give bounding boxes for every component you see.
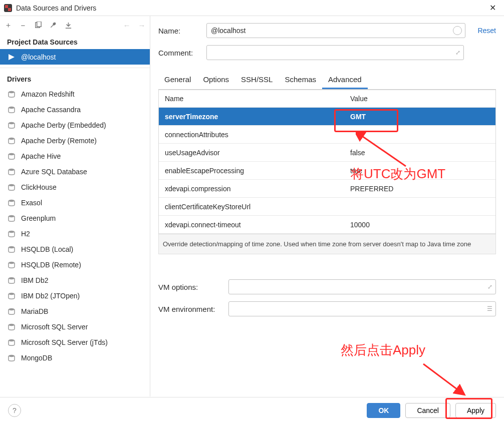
driver-item[interactable]: Microsoft SQL Server (0, 319, 150, 334)
driver-item[interactable]: IBM Db2 (0, 272, 150, 288)
prop-value[interactable]: false (344, 149, 495, 157)
driver-item[interactable]: Amazon Redshift (0, 86, 150, 102)
driver-item[interactable]: HSQLDB (Local) (0, 241, 150, 257)
driver-label: HSQLDB (Local) (21, 245, 73, 253)
datasource-item[interactable]: @localhost (0, 49, 150, 65)
comment-label: Comment: (158, 49, 206, 57)
driver-item[interactable]: Azure SQL Database (0, 164, 150, 179)
table-row[interactable]: clientCertificateKeyStoreUrl (159, 198, 495, 216)
driver-label: MongoDB (21, 354, 52, 362)
copy-icon[interactable] (34, 21, 42, 29)
svg-point-5 (9, 91, 15, 93)
wrench-icon[interactable] (49, 21, 57, 29)
driver-icon (7, 229, 16, 238)
properties-table: Name Value serverTimezoneGMTconnectionAt… (158, 90, 496, 234)
apply-button[interactable]: Apply (455, 403, 496, 418)
svg-point-21 (9, 339, 15, 341)
table-row[interactable]: xdevapi.connect-timeout10000 (159, 216, 495, 234)
svg-point-7 (9, 122, 15, 124)
prop-value[interactable]: GMT (344, 113, 495, 121)
driver-label: HSQLDB (Remote) (21, 261, 81, 269)
table-header: Name Value (159, 90, 495, 108)
driver-icon (7, 322, 16, 331)
prop-value[interactable]: true (344, 167, 495, 175)
driver-item[interactable]: MariaDB (0, 303, 150, 319)
table-row[interactable]: useUsageAdvisorfalse (159, 144, 495, 162)
name-input[interactable]: @localhost (206, 23, 465, 38)
tab-advanced[interactable]: Advanced (322, 71, 368, 89)
driver-item[interactable]: H2 (0, 226, 150, 241)
list-icon[interactable]: ☰ (487, 305, 492, 312)
driver-item[interactable]: Microsoft SQL Server (jTds) (0, 334, 150, 350)
import-icon[interactable] (64, 21, 72, 29)
expand-icon[interactable]: ⤢ (455, 49, 460, 56)
driver-icon (7, 90, 16, 99)
tab-options[interactable]: Options (197, 71, 235, 89)
forward-icon[interactable]: → (138, 21, 146, 29)
driver-item[interactable]: ClickHouse (0, 179, 150, 195)
prop-value[interactable]: PREFERRED (344, 185, 495, 193)
driver-label: Azure SQL Database (21, 168, 87, 176)
svg-point-12 (9, 199, 15, 201)
tab-sshssl[interactable]: SSH/SSL (235, 71, 279, 89)
driver-label: Apache Cassandra (21, 106, 81, 114)
tab-general[interactable]: General (158, 71, 197, 89)
svg-point-20 (9, 323, 15, 325)
driver-label: Microsoft SQL Server (21, 323, 88, 331)
driver-label: ClickHouse (21, 183, 57, 191)
driver-item[interactable]: Apache Derby (Embedded) (0, 117, 150, 133)
driver-icon (7, 260, 16, 269)
table-row[interactable]: connectionAttributes (159, 126, 495, 144)
driver-icon (7, 105, 16, 114)
driver-icon (7, 353, 16, 362)
driver-icon (7, 121, 16, 130)
driver-icon (7, 183, 16, 192)
driver-item[interactable]: IBM Db2 (JTOpen) (0, 288, 150, 303)
driver-label: MariaDB (21, 307, 48, 315)
svg-point-22 (9, 354, 15, 356)
table-row[interactable]: xdevapi.compressionPREFERRED (159, 180, 495, 198)
tab-schemas[interactable]: Schemas (279, 71, 322, 89)
svg-point-19 (9, 308, 15, 310)
prop-value[interactable]: 10000 (344, 221, 495, 229)
divider (0, 68, 150, 68)
driver-icon (7, 198, 16, 207)
col-name: Name (159, 95, 344, 103)
driver-item[interactable]: Exasol (0, 195, 150, 210)
comment-input[interactable]: ⤢ (206, 45, 464, 60)
driver-item[interactable]: Apache Derby (Remote) (0, 133, 150, 148)
datasource-icon (7, 53, 16, 62)
driver-icon (7, 276, 16, 285)
vm-options-input[interactable]: ⤢ (228, 279, 496, 294)
ok-button[interactable]: OK (367, 403, 400, 418)
driver-label: Greenplum (21, 214, 56, 222)
driver-item[interactable]: Greenplum (0, 210, 150, 226)
back-icon[interactable]: ← (123, 21, 131, 29)
driver-label: IBM Db2 (21, 276, 48, 284)
driver-item[interactable]: HSQLDB (Remote) (0, 257, 150, 272)
table-row[interactable]: serverTimezoneGMT (159, 108, 495, 126)
vm-env-input[interactable]: ☰ (228, 301, 496, 316)
close-icon[interactable]: ✕ (485, 3, 500, 13)
reset-link[interactable]: Reset (477, 27, 496, 35)
name-label: Name: (158, 27, 206, 35)
prop-name: xdevapi.compression (159, 185, 344, 193)
driver-item[interactable]: MongoDB (0, 350, 150, 365)
driver-icon (7, 307, 16, 316)
driver-item[interactable]: Apache Cassandra (0, 102, 150, 117)
table-row[interactable]: enableEscapeProcessingtrue (159, 162, 495, 180)
driver-icon (7, 291, 16, 300)
color-icon[interactable] (453, 26, 462, 35)
prop-name: enableEscapeProcessing (159, 167, 344, 175)
expand-icon[interactable]: ⤢ (487, 283, 492, 290)
cancel-button[interactable]: Cancel (405, 403, 450, 418)
driver-item[interactable]: Apache Hive (0, 148, 150, 164)
section-project-ds: Project Data Sources (0, 34, 150, 49)
svg-rect-4 (37, 22, 41, 27)
help-icon[interactable]: ? (8, 404, 21, 417)
add-icon[interactable]: ＋ (4, 21, 12, 29)
prop-name: connectionAttributes (159, 131, 344, 139)
svg-point-16 (9, 261, 15, 263)
dialog-footer: ? OK Cancel Apply (0, 397, 504, 423)
remove-icon[interactable]: − (19, 21, 27, 29)
